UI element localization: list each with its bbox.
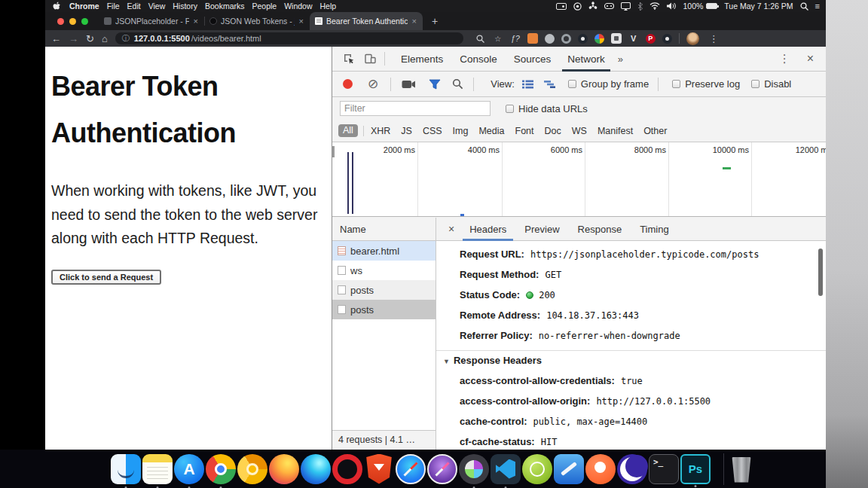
browser-menu-icon[interactable]: ⋮ — [706, 33, 722, 44]
zoom-window-button[interactable] — [81, 18, 88, 25]
tab-sources[interactable]: Sources — [506, 47, 560, 72]
dock-icon-finder[interactable] — [111, 454, 141, 484]
disable-cache-checkbox[interactable] — [751, 80, 760, 88]
devtools-menu-icon[interactable]: ⋮ — [779, 52, 790, 66]
gear-extension-icon[interactable] — [561, 34, 571, 44]
collapse-triangle-icon[interactable]: ▼ — [443, 358, 450, 365]
record-network-log-button[interactable] — [343, 79, 353, 89]
menu-edit[interactable]: Edit — [124, 2, 145, 11]
dock-icon-insomnia[interactable] — [617, 454, 647, 484]
dock-icon-opera[interactable] — [332, 454, 362, 484]
dock-icon-brave[interactable] — [364, 454, 394, 484]
bluetooth-icon[interactable] — [637, 2, 643, 11]
dock-icon-vscode[interactable] — [491, 454, 521, 484]
filter-type-doc[interactable]: Doc — [545, 126, 561, 136]
tab-response[interactable]: Response — [569, 218, 631, 241]
airplay-display-icon[interactable] — [621, 2, 631, 11]
hide-data-urls-label[interactable]: Hide data URLs — [518, 103, 588, 114]
dock-icon-safari-tech-preview[interactable] — [427, 454, 457, 484]
dock-icon-screenflow[interactable] — [459, 454, 489, 484]
dock-icon-chrome[interactable] — [206, 454, 236, 484]
address-bar[interactable]: ⓘ 127.0.0.1:5500 /videos/bearer.html — [115, 32, 463, 44]
new-tab-button[interactable]: + — [423, 12, 447, 30]
dock-icon-photoshop[interactable] — [680, 454, 711, 484]
waterfall-view-icon[interactable] — [543, 80, 557, 89]
light-square-extension-icon[interactable] — [611, 33, 622, 44]
group-by-frame-checkbox[interactable] — [568, 80, 576, 88]
minimize-window-button[interactable] — [69, 18, 76, 25]
filter-icon[interactable] — [429, 79, 441, 90]
filter-type-xhr[interactable]: XHR — [371, 126, 390, 136]
clear-network-log-icon[interactable]: ⊘ — [368, 78, 378, 90]
camera-status-icon[interactable] — [573, 2, 582, 11]
dock-icon-firefox[interactable] — [269, 454, 299, 484]
profile-avatar[interactable] — [686, 32, 699, 45]
menu-window[interactable]: Window — [280, 2, 316, 11]
colorful-extension-icon[interactable] — [594, 34, 604, 44]
site-info-icon[interactable]: ⓘ — [122, 33, 130, 44]
apple-icon[interactable] — [51, 2, 66, 11]
gray-extension-icon[interactable] — [545, 34, 555, 44]
dock-icon-app-store[interactable] — [174, 454, 204, 484]
filter-type-js[interactable]: JS — [401, 126, 412, 136]
tab-jwt-io[interactable]: JSON Web Tokens - jwt.io × — [204, 12, 310, 30]
dock-icon-terminal[interactable] — [649, 454, 679, 484]
screen-recording-icon[interactable] — [556, 3, 567, 10]
filter-type-img[interactable]: Img — [453, 126, 469, 136]
dock-icon-postman[interactable] — [585, 454, 616, 484]
dock-icon-trash[interactable] — [732, 457, 751, 483]
dark-extension-icon[interactable] — [578, 34, 588, 44]
device-toolbar-icon[interactable] — [364, 53, 377, 65]
tab-network[interactable]: Network — [559, 47, 613, 72]
zoom-extension-icon[interactable] — [475, 33, 486, 44]
dock-icon-safari[interactable] — [396, 454, 426, 484]
dock-icon-xcode[interactable] — [554, 454, 584, 484]
spotlight-icon[interactable] — [800, 2, 808, 11]
hide-data-urls-checkbox[interactable] — [506, 105, 514, 113]
tab-console[interactable]: Console — [451, 47, 506, 72]
dock-icon-android-studio[interactable] — [522, 454, 552, 484]
tab-bearer-token-auth[interactable]: Bearer Token Authentication × — [310, 12, 423, 30]
menu-people[interactable]: People — [248, 2, 280, 11]
reload-icon[interactable]: ↻ — [86, 34, 94, 44]
tab-close-icon[interactable]: × — [411, 17, 417, 26]
response-headers-section[interactable]: ▼Response Headers — [436, 351, 826, 371]
devtools-close-icon[interactable]: × — [807, 52, 814, 66]
volume-icon[interactable] — [667, 2, 676, 10]
preserve-log-label[interactable]: Preserve log — [685, 78, 740, 90]
tab-preview[interactable]: Preview — [515, 218, 568, 241]
filter-type-css[interactable]: CSS — [423, 126, 442, 136]
preserve-log-checkbox[interactable] — [672, 80, 680, 88]
fan-status-icon[interactable] — [588, 2, 598, 11]
battery-indicator[interactable]: 100% — [683, 2, 717, 11]
group-by-frame-label[interactable]: Group by frame — [581, 78, 649, 90]
request-row-ws[interactable]: ws — [332, 261, 436, 280]
menu-clock[interactable]: Tue May 7 1:26 PM — [724, 2, 793, 11]
inspect-element-icon[interactable] — [343, 53, 355, 65]
tab-close-icon[interactable]: × — [193, 17, 199, 26]
list-view-icon[interactable] — [522, 80, 533, 89]
dock-icon-firefox-developer[interactable] — [301, 454, 331, 484]
tab-jsonplaceholder[interactable]: JSONPlaceholder - Fake online × — [99, 12, 204, 30]
back-icon[interactable]: ← — [51, 34, 61, 44]
filter-type-manifest[interactable]: Manifest — [598, 126, 633, 136]
more-tabs-icon[interactable]: » — [618, 53, 623, 65]
notification-center-icon[interactable]: ≡ — [815, 2, 820, 11]
filter-type-font[interactable]: Font — [515, 126, 534, 136]
tab-elements[interactable]: Elements — [393, 47, 451, 72]
filter-type-media[interactable]: Media — [478, 126, 504, 136]
menu-file[interactable]: File — [103, 2, 124, 11]
overview-scroll-nub[interactable] — [332, 146, 335, 157]
tab-close-icon[interactable]: × — [298, 17, 304, 26]
request-row-bearer-html[interactable]: bearer.html — [332, 241, 436, 261]
menu-chrome[interactable]: Chrome — [66, 2, 103, 11]
dock-icon-notes[interactable] — [142, 454, 173, 484]
search-icon[interactable] — [452, 78, 463, 90]
wifi-icon[interactable] — [649, 2, 660, 10]
tab-timing[interactable]: Timing — [631, 218, 678, 241]
menu-bookmarks[interactable]: Bookmarks — [201, 2, 249, 11]
moon-extension-icon[interactable] — [662, 34, 672, 44]
dock-icon-chrome-canary[interactable] — [237, 454, 267, 484]
disable-cache-label[interactable]: Disabl — [764, 78, 791, 90]
filter-input[interactable] — [340, 101, 491, 116]
